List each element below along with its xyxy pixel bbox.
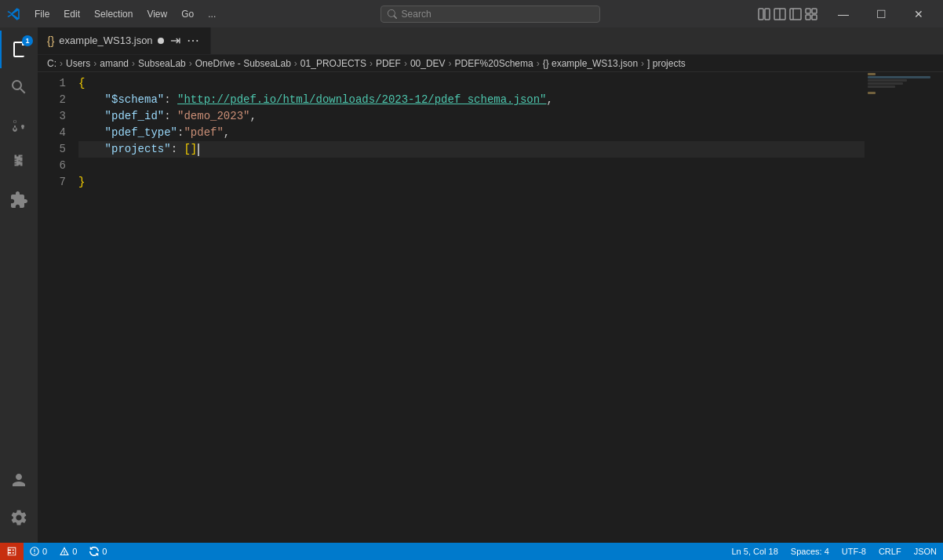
activity-settings[interactable] [0,499,38,536]
status-sync[interactable]: 0 [83,543,113,560]
split-editor-icon[interactable] [758,8,770,20]
menu-view[interactable]: View [140,6,173,22]
more-actions-icon[interactable]: ⋯ [185,31,201,49]
breadcrumb-file[interactable]: {} example_WS13.json [543,58,638,69]
breadcrumb-users[interactable]: Users [66,58,90,69]
code-line-7: } [78,174,865,191]
activity-extensions[interactable] [0,181,38,219]
toggle-sidebar-icon[interactable] [789,8,802,20]
minimap-line-7 [868,92,876,94]
line-num-2: 2 [38,92,66,108]
main-area: 1 [0,27,943,543]
error-count: 0 [42,547,47,556]
status-language[interactable]: JSON [908,543,943,560]
minimap-content [865,72,943,95]
breadcrumb-00dev[interactable]: 00_DEV [410,58,446,69]
svg-rect-9 [812,15,817,20]
status-position[interactable]: Ln 5, Col 18 [726,543,785,560]
minimap-line-5 [868,85,895,88]
error-icon [30,547,39,556]
minimap-line-2 [868,76,930,78]
code-line-6 [78,158,865,174]
code-line-5: "projects": [] [78,141,865,158]
svg-rect-7 [812,9,817,13]
minimap-line-4 [868,82,903,85]
breadcrumb: C: › Users › amand › SubseaLab › OneDriv… [38,55,943,72]
breadcrumb-schema[interactable]: PDEF%20Schema [455,58,533,69]
activity-bottom [0,461,38,543]
svg-rect-1 [765,9,770,20]
run-debug-icon [9,153,28,172]
search-icon [388,9,397,19]
breadcrumb-pdef[interactable]: PDEF [376,58,401,69]
tab-filename: example_WS13.json [59,35,152,46]
tab-modified-indicator [158,38,164,44]
vscode-logo-icon [6,7,20,21]
status-bar: 0 0 0 Ln 5, Col 18 Spaces: 4 UTF-8 CRLF … [0,543,943,560]
title-bar-left: File Edit Selection View Go ... [6,6,222,22]
minimap [865,72,943,543]
minimize-button[interactable]: — [825,0,861,27]
sync-icon [89,547,99,556]
line-num-5: 5 [38,141,66,158]
status-warnings[interactable]: 0 [53,543,83,560]
activity-bar: 1 [0,27,38,543]
editor-layout-icon[interactable] [774,8,786,20]
code-line-1: { [78,75,865,92]
line-num-7: 7 [38,174,66,191]
breadcrumb-projects[interactable]: 01_PROJECTS [300,58,366,69]
code-line-3: "pdef_id": "demo_2023", [78,108,865,125]
minimap-line-3 [868,79,907,82]
status-right: Ln 5, Col 18 Spaces: 4 UTF-8 CRLF JSON [726,543,944,560]
menu-file[interactable]: File [28,6,56,22]
maximize-button[interactable]: ☐ [863,0,899,27]
warning-count: 0 [72,547,77,556]
code-content: { "$schema": "http://pdef.io/html/downlo… [75,75,865,543]
editor-tab[interactable]: {} example_WS13.json ⇥ ⋯ [38,27,211,54]
source-control-icon [9,115,28,134]
status-line-ending[interactable]: CRLF [872,543,908,560]
svg-rect-6 [806,9,810,13]
code-line-2: "$schema": "http://pdef.io/html/download… [78,92,865,108]
close-button[interactable]: ✕ [901,0,937,27]
menu-more[interactable]: ... [202,6,222,22]
breadcrumb-c[interactable]: C: [47,58,56,69]
activity-explorer[interactable]: 1 [0,31,38,68]
menu-bar: File Edit Selection View Go ... [28,6,222,22]
activity-account[interactable] [0,461,38,499]
activity-source-control[interactable] [0,106,38,144]
title-search-area: Search [222,5,758,23]
breadcrumb-subsealab[interactable]: SubseaLab [138,58,186,69]
activity-search[interactable] [0,68,38,106]
tab-bar: {} example_WS13.json ⇥ ⋯ [38,27,943,55]
file-icon: {} [47,35,54,47]
menu-go[interactable]: Go [175,6,200,22]
status-encoding[interactable]: UTF-8 [836,543,872,560]
line-num-4: 4 [38,125,66,141]
svg-rect-0 [759,9,763,20]
status-errors[interactable]: 0 [24,543,53,560]
title-bar: File Edit Selection View Go ... Search [0,0,943,27]
status-left: 0 0 0 [0,543,113,560]
warning-icon [60,547,69,556]
breadcrumb-onedrive[interactable]: OneDrive - SubseaLab [195,58,291,69]
status-spaces[interactable]: Spaces: 4 [785,543,836,560]
editor-area: {} example_WS13.json ⇥ ⋯ C: › Users › am… [38,27,943,543]
global-search-box[interactable]: Search [380,5,600,23]
menu-selection[interactable]: Selection [88,6,139,22]
menu-edit[interactable]: Edit [57,6,86,22]
account-icon [9,471,28,489]
search-placeholder: Search [402,9,431,20]
editor-with-minimap: 1 2 3 4 5 6 7 { "$schema": "ht [38,72,943,543]
svg-point-12 [34,553,35,555]
search-activity-icon [9,78,28,96]
code-line-4: "pdef_type":"pdef", [78,125,865,141]
breadcrumb-amand[interactable]: amand [100,58,129,69]
split-right-icon[interactable]: ⇥ [169,31,182,49]
status-remote[interactable] [0,543,24,560]
line-num-1: 1 [38,75,66,92]
activity-run-debug[interactable] [0,144,38,181]
svg-rect-8 [806,15,810,20]
code-editor[interactable]: 1 2 3 4 5 6 7 { "$schema": "ht [38,72,865,543]
customize-layout-icon[interactable] [805,8,817,20]
